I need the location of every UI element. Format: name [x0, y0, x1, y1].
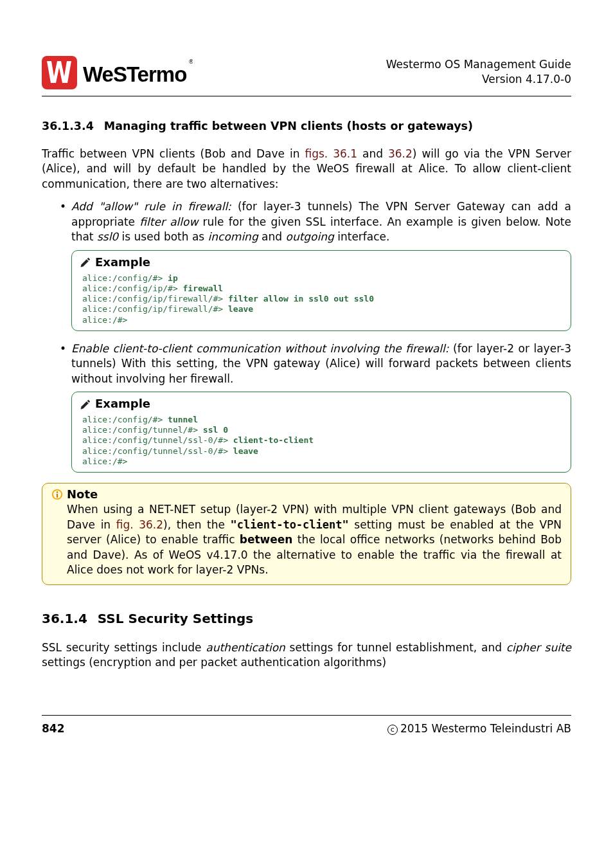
- example-label: Example: [95, 255, 150, 271]
- fig-36-2-link[interactable]: 36.2: [388, 147, 413, 160]
- section-heading: 36.1.4SSL Security Settings: [42, 611, 571, 626]
- copyright-text: c2015 Westermo Teleindustri AB: [387, 722, 571, 735]
- note-box: Note When using a NET-NET setup (layer-2…: [42, 483, 571, 584]
- code-block-firewall: alice:/config/#> ip alice:/config/ip/#> …: [80, 273, 563, 325]
- example-label: Example: [95, 396, 150, 412]
- svg-text:®: ®: [188, 59, 193, 65]
- example-box-firewall: Example alice:/config/#> ip alice:/confi…: [71, 250, 571, 331]
- subsection-number: 36.1.3.4: [42, 120, 94, 132]
- doc-title: Westermo OS Management Guide: [386, 57, 571, 72]
- bullet-item-client-to-client: Enable client-to-client communication wi…: [60, 341, 571, 473]
- section-number: 36.1.4: [42, 611, 87, 626]
- note-body: When using a NET-NET setup (layer-2 VPN)…: [51, 502, 562, 577]
- section-title: SSL Security Settings: [98, 611, 253, 626]
- svg-text:WeSTermo: WeSTermo: [83, 62, 186, 86]
- code-block-tunnel: alice:/config/#> tunnel alice:/config/tu…: [80, 415, 563, 467]
- pencil-icon: [80, 399, 91, 410]
- header-rule: [42, 96, 571, 96]
- ssl-paragraph: SSL security settings include authentica…: [42, 640, 571, 671]
- doc-version: Version 4.17.0-0: [386, 72, 571, 87]
- svg-rect-0: [42, 56, 77, 89]
- page-footer: 842 c2015 Westermo Teleindustri AB: [42, 722, 571, 735]
- intro-paragraph: Traffic between VPN clients (Bob and Dav…: [42, 147, 571, 192]
- svg-rect-6: [57, 493, 58, 497]
- footer-rule: [42, 715, 571, 716]
- svg-point-5: [57, 491, 58, 493]
- subsection-title: Managing traffic between VPN clients (ho…: [104, 120, 473, 132]
- fig-36-2-link-note[interactable]: fig. 36.2: [116, 518, 163, 531]
- page-header: WeSTermo ® Westermo OS Management Guide …: [42, 55, 571, 91]
- info-icon: [51, 489, 63, 500]
- example-box-tunnel: Example alice:/config/#> tunnel alice:/c…: [71, 392, 571, 473]
- bullet-item-firewall: Add "allow" rule in firewall: (for layer…: [60, 199, 571, 330]
- note-title-text: Note: [67, 487, 98, 501]
- page-number: 842: [42, 722, 65, 735]
- subsection-heading: 36.1.3.4Managing traffic between VPN cli…: [42, 120, 571, 132]
- fig-36-1-link[interactable]: figs. 36.1: [305, 147, 357, 160]
- pencil-icon: [80, 257, 91, 268]
- logo: WeSTermo ®: [42, 55, 193, 91]
- westermo-logo-icon: WeSTermo ®: [42, 55, 193, 91]
